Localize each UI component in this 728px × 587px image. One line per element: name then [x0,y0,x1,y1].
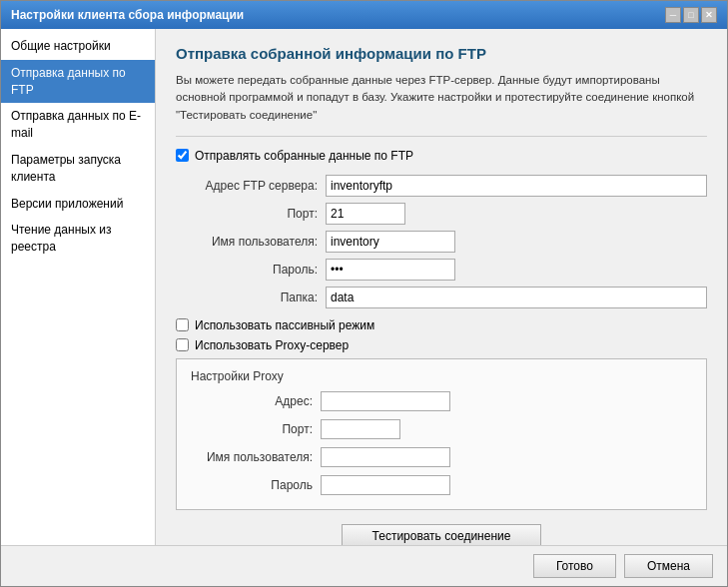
proxy-group: Настройки Proxy Адрес: Порт: Имя пользов… [176,358,707,510]
proxy-enable-row: Использовать Proxy-сервер [176,338,707,352]
minimize-button[interactable]: ─ [665,7,681,23]
sidebar: Общие настройки Отправка данных по FTP О… [1,29,156,545]
sidebar-item-launch[interactable]: Параметры запуска клиента [1,147,155,191]
main-window: Настройки клиента сбора информации ─ □ ✕… [0,0,728,587]
ok-button[interactable]: Готово [533,554,616,578]
username-input[interactable] [326,231,455,253]
proxy-address-input[interactable] [321,391,450,411]
proxy-port-label: Порт: [191,422,321,436]
proxy-username-label: Имя пользователя: [191,450,321,464]
title-bar-buttons: ─ □ ✕ [665,7,717,23]
proxy-port-input[interactable] [321,419,400,439]
proxy-password-input[interactable] [321,475,450,495]
proxy-enable-label: Использовать Proxy-сервер [195,338,349,352]
folder-label: Папка: [176,291,326,304]
main-content: Отправка собранной информации по FTP Вы … [156,29,727,545]
proxy-group-title: Настройки Proxy [191,369,692,383]
proxy-form: Адрес: Порт: Имя пользователя: Пароль [191,391,692,495]
ftp-enable-checkbox[interactable] [176,149,189,162]
port-input[interactable] [326,203,405,225]
username-label: Имя пользователя: [176,235,326,249]
section-description: Вы можете передать собранные данные чере… [176,72,707,124]
maximize-button[interactable]: □ [683,7,699,23]
sidebar-item-versions[interactable]: Версии приложений [1,191,155,218]
proxy-password-label: Пароль [191,478,321,492]
window-body: Общие настройки Отправка данных по FTP О… [1,29,727,545]
passive-mode-checkbox[interactable] [176,318,189,331]
footer: Готово Отмена [1,545,727,586]
title-bar: Настройки клиента сбора информации ─ □ ✕ [1,1,727,29]
ftp-form: Адрес FTP сервера: Порт: Имя пользовател… [176,175,707,308]
sidebar-item-general[interactable]: Общие настройки [1,33,155,60]
proxy-username-input[interactable] [321,447,450,467]
ftp-server-label: Адрес FTP сервера: [176,179,326,193]
test-connection-button[interactable]: Тестировать соединение [342,524,542,545]
password-label: Пароль: [176,263,326,277]
sidebar-item-email[interactable]: Отправка данных по E-mail [1,103,155,147]
folder-input[interactable] [326,287,707,308]
section-title: Отправка собранной информации по FTP [176,45,707,62]
passive-mode-label: Использовать пассивный режим [195,318,374,332]
password-input[interactable] [326,259,455,281]
cancel-button[interactable]: Отмена [624,554,713,578]
divider [176,136,707,137]
sidebar-item-ftp[interactable]: Отправка данных по FTP [1,60,155,104]
ftp-server-input[interactable] [326,175,707,197]
sidebar-item-registry[interactable]: Чтение данных из реестра [1,217,155,261]
test-button-row: Тестировать соединение [176,524,707,545]
ftp-enable-row: Отправлять собранные данные по FTP [176,149,707,163]
proxy-address-label: Адрес: [191,394,321,408]
port-label: Порт: [176,207,326,221]
window-title: Настройки клиента сбора информации [11,8,244,22]
close-button[interactable]: ✕ [701,7,717,23]
passive-mode-row: Использовать пассивный режим [176,318,707,332]
ftp-enable-label: Отправлять собранные данные по FTP [195,149,413,163]
proxy-enable-checkbox[interactable] [176,338,189,351]
